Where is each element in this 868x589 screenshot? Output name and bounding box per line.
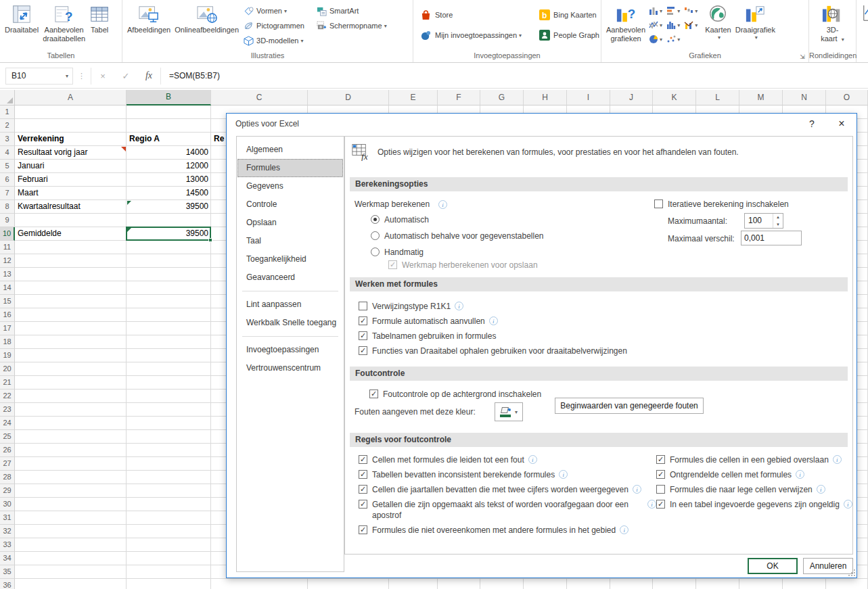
checkbox-foutcontrole-op-de-achtergrond-inschakel[interactable]: ✓Foutcontrole op de achtergrond inschake… — [369, 389, 541, 400]
cancel-entry-icon[interactable]: × — [91, 71, 114, 81]
error-color-dropdown[interactable]: ▾ — [495, 402, 523, 421]
checkbox-formules-die-niet-overeenkomen-met-ander[interactable]: ✓Formules die niet overeenkomen met ande… — [359, 525, 656, 536]
column-header-H[interactable]: H — [524, 90, 567, 105]
checkbox-iteratieve-berekening-inschakelen[interactable]: Iteratieve berekening inschakelen — [654, 199, 789, 210]
store-button[interactable]: Store — [416, 5, 526, 25]
sidebar-item-werkbalk-snelle-toegang[interactable]: Werkbalk Snelle toegang — [237, 314, 343, 332]
checkbox-formule-automatisch-aanvullen[interactable]: ✓Formule automatisch aanvulleni — [359, 316, 627, 327]
row-header-24[interactable]: 24 — [0, 417, 15, 430]
help-icon[interactable]: ? — [797, 114, 827, 133]
insert-function-icon[interactable]: fx — [137, 70, 160, 81]
sidebar-item-vertrouwenscentrum[interactable]: Vertrouwenscentrum — [237, 359, 343, 377]
aanbevolen-grafieken-button[interactable]: ? Aanbevolen grafieken — [604, 2, 647, 49]
cell-B4[interactable]: 14000 — [127, 146, 211, 160]
row-header-30[interactable]: 30 — [0, 498, 15, 511]
aanbevolen-draaitabellen-button[interactable]: ? Aanbevolen draaitabellen — [41, 2, 87, 49]
radio-automatisch[interactable]: Automatisch — [371, 214, 544, 225]
draaitabel-button[interactable]: Draaitabel — [3, 2, 41, 49]
3d-modellen-button[interactable]: 3D-modellen▾ — [241, 33, 307, 48]
schermopname-button[interactable]: Schermopname▾ — [314, 18, 390, 33]
pictogrammen-button[interactable]: Pictogrammen — [241, 18, 307, 33]
row-header-11[interactable]: 11 — [0, 241, 15, 254]
cell-A10[interactable]: Gemiddelde — [15, 227, 127, 241]
row-header-13[interactable]: 13 — [0, 268, 15, 281]
checkbox-tabellen-bevatten-inconsistent-berekende[interactable]: ✓Tabellen bevatten inconsistent berekend… — [359, 469, 656, 480]
info-icon[interactable]: i — [833, 455, 842, 464]
cell-B5[interactable]: 12000 — [127, 160, 211, 173]
kaarten-button[interactable]: Kaarten ▾ — [703, 2, 733, 49]
info-icon[interactable]: i — [647, 500, 656, 509]
sidebar-item-formules[interactable]: Formules — [237, 159, 343, 177]
combo-chart-button[interactable]: ▾ — [683, 19, 699, 31]
row-header-5[interactable]: 5 — [0, 160, 15, 173]
row-header-16[interactable]: 16 — [0, 308, 15, 322]
maximaal-verschil-input[interactable]: 0,001 — [741, 231, 802, 245]
row-header-21[interactable]: 21 — [0, 376, 15, 390]
column-header-M[interactable]: M — [739, 90, 783, 105]
column-header-J[interactable]: J — [610, 90, 653, 105]
cell-A4[interactable]: Resultaat vorig jaar — [15, 146, 127, 160]
cell-A3[interactable]: Verrekening — [15, 133, 127, 146]
column-header-E[interactable]: E — [389, 90, 438, 105]
row-header-6[interactable]: 6 — [0, 173, 15, 187]
column-header-L[interactable]: L — [696, 90, 739, 105]
column-header-N[interactable]: N — [783, 90, 826, 105]
close-icon[interactable]: × — [827, 114, 856, 133]
row-header-18[interactable]: 18 — [0, 335, 15, 349]
afbeeldingen-button[interactable]: Afbeeldingen — [125, 2, 173, 49]
enter-entry-icon[interactable]: ✓ — [114, 71, 137, 81]
row-header-29[interactable]: 29 — [0, 484, 15, 498]
cell-B3[interactable]: Regio A — [127, 133, 211, 146]
row-header-25[interactable]: 25 — [0, 430, 15, 444]
sidebar-item-taal[interactable]: Taal — [237, 232, 343, 250]
name-box[interactable]: B10 ▾ — [5, 68, 73, 85]
name-box-dropdown-icon[interactable]: ▾ — [66, 73, 68, 79]
row-header-23[interactable]: 23 — [0, 403, 15, 417]
row-header-9[interactable]: 9 — [0, 214, 15, 227]
bing-kaarten-button[interactable]: b Bing Kaarten — [535, 5, 603, 25]
row-header-10[interactable]: 10 — [0, 227, 15, 241]
maximumaantal-spinner[interactable]: 100 ▲▼ — [744, 213, 783, 229]
row-header-22[interactable]: 22 — [0, 390, 15, 403]
column-header-B[interactable]: B — [127, 90, 211, 105]
row-header-17[interactable]: 17 — [0, 322, 15, 335]
mijn-invoegtoepassingen-button[interactable]: Mijn invoegtoepassingen▾ — [416, 25, 526, 45]
cell-A5[interactable]: Januari — [15, 160, 127, 173]
info-icon[interactable]: i — [489, 316, 498, 325]
formula-input[interactable]: =SOM(B5:B7) — [161, 71, 868, 80]
smartart-button[interactable]: SmartArt — [314, 3, 390, 18]
checkbox-formules-die-cellen-in-een-gebied-oversl[interactable]: ✓Formules die cellen in een gebied overs… — [656, 454, 852, 465]
row-header-1[interactable]: 1 — [0, 105, 15, 119]
fill-handle[interactable] — [208, 238, 212, 242]
checkbox-formules-die-naar-lege-cellen-verwijzen[interactable]: Formules die naar lege cellen verwijzeni — [656, 484, 852, 495]
scatter-chart-button[interactable]: ▾ — [665, 33, 681, 45]
sidebar-item-geavanceerd[interactable]: Geavanceerd — [237, 268, 343, 287]
info-icon[interactable]: i — [559, 470, 568, 479]
checkbox-ontgrendelde-cellen-met-formules[interactable]: ✓Ontgrendelde cellen met formulesi — [656, 469, 852, 480]
info-icon[interactable]: i — [620, 525, 629, 534]
sidebar-item-controle[interactable]: Controle — [237, 195, 343, 214]
cell-B7[interactable]: 14500 — [127, 187, 211, 200]
sidebar-item-invoegtoepassingen[interactable]: Invoegtoepassingen — [237, 341, 343, 359]
draaigrafiek-button[interactable]: Draaigrafiek ▾ — [733, 2, 777, 49]
info-icon[interactable]: i — [796, 470, 804, 479]
sidebar-item-opslaan[interactable]: Opslaan — [237, 214, 343, 232]
select-all-corner[interactable] — [0, 90, 15, 105]
sidebar-item-algemeen[interactable]: Algemeen — [237, 141, 343, 159]
tabel-button[interactable]: Tabel — [87, 2, 112, 49]
row-header-32[interactable]: 32 — [0, 525, 15, 538]
checkbox-in-een-tabel-ingevoerde-gegevens-zijn-on[interactable]: ✓In een tabel ingevoerde gegevens zijn o… — [656, 499, 852, 510]
row-header-31[interactable]: 31 — [0, 511, 15, 525]
sidebar-item-gegevens[interactable]: Gegevens — [237, 177, 343, 195]
column-header-A[interactable]: A — [15, 90, 127, 105]
column-header-O[interactable]: O — [826, 90, 868, 105]
column-header-F[interactable]: F — [438, 90, 480, 105]
spinner-arrows-icon[interactable]: ▲▼ — [773, 214, 783, 228]
row-header-8[interactable]: 8 — [0, 200, 15, 214]
dialog-launcher-icon[interactable]: ⇲ — [798, 53, 806, 61]
row-header-34[interactable]: 34 — [0, 552, 15, 565]
info-icon[interactable]: i — [455, 302, 463, 310]
info-icon[interactable]: i — [817, 485, 825, 494]
checkbox-functies-van-draaitabel-ophalen-gebruike[interactable]: ✓Functies van Draaitabel ophalen gebruik… — [359, 346, 627, 356]
cell-A6[interactable]: Februari — [15, 173, 127, 187]
